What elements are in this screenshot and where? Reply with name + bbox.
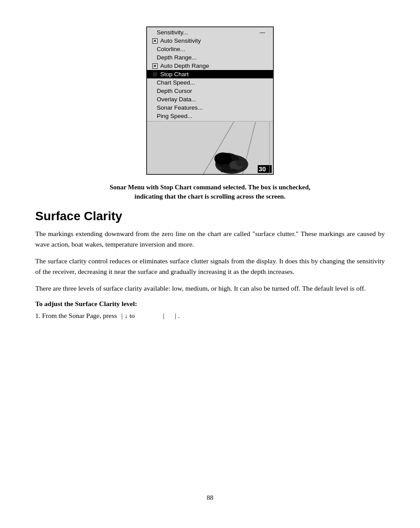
menu-item-ping-speed: Ping Speed...	[147, 112, 273, 120]
sonar-menu-screenshot: Sensitivity... — Auto Sensitivity Colorl…	[146, 26, 274, 175]
menu-item-depth-range: Depth Range...	[147, 53, 273, 62]
section-heading: Surface Clarity	[35, 209, 385, 223]
menu-item-depth-cursor: Depth Cursor	[147, 87, 273, 95]
instruction-prefix: 1. From the Sonar Page, press	[35, 310, 117, 321]
menu-item-auto-sensitivity: Auto Sensitivity	[147, 37, 273, 45]
svg-text:30: 30	[258, 166, 265, 173]
instruction-line-1: 1. From the Sonar Page, press | ↓ to | |…	[35, 310, 385, 321]
checkbox-stop-chart	[152, 72, 158, 77]
svg-rect-1	[147, 122, 273, 174]
checkbox-auto-depth	[152, 63, 158, 69]
menu-section: Sensitivity... — Auto Sensitivity Colorl…	[147, 27, 273, 121]
svg-text:200kHz: 200kHz	[221, 168, 238, 173]
sonar-svg: 200kHz 30	[147, 122, 273, 174]
menu-item-overlay-data: Overlay Data...	[147, 95, 273, 103]
pipe-before-arrow: |	[122, 310, 123, 321]
svg-point-8	[236, 159, 245, 166]
menu-item-auto-depth-range: Auto Depth Range	[147, 62, 273, 70]
period: .	[178, 310, 180, 321]
pipe-2: |	[175, 310, 176, 321]
checkbox-auto-sensitivity	[152, 38, 158, 44]
menu-item-stop-chart: Stop Chart	[147, 70, 273, 78]
pipe-1: |	[163, 310, 164, 321]
page-container: Sensitivity... — Auto Sensitivity Colorl…	[0, 0, 420, 528]
adjust-subheading: To adjust the Surface Clarity level:	[35, 300, 385, 308]
to-text: to	[129, 310, 135, 321]
paragraph-1: The markings extending downward from the…	[35, 229, 385, 250]
svg-point-6	[214, 152, 232, 165]
menu-item-sonar-features: Sonar Features...	[147, 103, 273, 112]
menu-item-chart-speed: Chart Speed...	[147, 78, 273, 87]
page-number: 88	[35, 476, 385, 502]
menu-item-colorline: Colorline...	[147, 45, 273, 53]
down-arrow-icon: ↓	[125, 310, 128, 321]
menu-item-sensitivity: Sensitivity... —	[147, 28, 273, 37]
paragraph-3: There are three levels of surface clarit…	[35, 283, 385, 294]
screenshot-caption: Sonar Menu with Stop Chart command selec…	[38, 183, 382, 201]
paragraph-2: The surface clarity control reduces or e…	[35, 256, 385, 277]
sonar-image: 200kHz 30	[147, 121, 273, 174]
